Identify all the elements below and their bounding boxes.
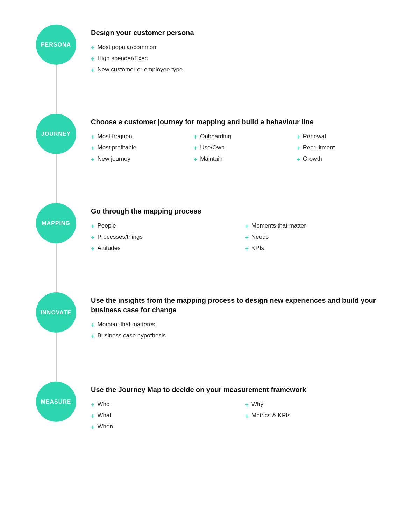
bullet-text: Recruitment (303, 144, 335, 152)
bullet-text: Most frequent (98, 132, 134, 141)
list-item: +Maintain (194, 155, 283, 164)
circle-column-journey: JOURNEY (35, 114, 77, 203)
bullet-text: Use/Own (200, 144, 225, 152)
bullet-text: KPIs (251, 244, 264, 253)
bullet-text: What (98, 411, 112, 420)
list-item: +Recruitment (296, 144, 385, 153)
circle-column-mapping: MAPPING (35, 203, 77, 292)
step-content-journey: Choose a customer journey for mapping an… (91, 114, 385, 174)
bullet-grid-journey: +Most frequent+Onboarding+Renewal+Most p… (91, 132, 385, 164)
bullet-grid-innovate: +Moment that matteres+Business case hypo… (91, 320, 385, 341)
bullet-plus-icon: + (194, 132, 198, 141)
bullet-plus-icon: + (245, 222, 249, 231)
list-item: +Who (91, 400, 231, 409)
list-item: +Attitudes (91, 244, 231, 253)
bullet-text: Onboarding (200, 132, 231, 141)
bullet-text: Processes/things (98, 233, 143, 242)
bullet-text: New journey (98, 155, 131, 163)
bullet-text: Moment that matteres (98, 320, 155, 329)
bullet-text: New customer or employee type (98, 65, 183, 74)
bullet-plus-icon: + (91, 233, 95, 242)
bullet-plus-icon: + (245, 233, 249, 242)
bullet-plus-icon: + (296, 132, 300, 141)
bullet-plus-icon: + (296, 144, 300, 153)
bullet-text: Renewal (303, 132, 326, 141)
list-item: +Metrics & KPIs (245, 411, 385, 420)
bullet-plus-icon: + (91, 65, 95, 75)
list-item: +Processes/things (91, 233, 231, 242)
list-item: +Most popular/common (91, 43, 385, 52)
list-item: +Growth (296, 155, 385, 164)
bullet-plus-icon: + (91, 332, 95, 341)
circle-journey: JOURNEY (36, 114, 76, 154)
list-item: +Renewal (296, 132, 385, 141)
bullet-grid-persona: +Most popular/common+High spender/Exec+N… (91, 43, 385, 75)
step-row-journey: JOURNEYChoose a customer journey for map… (35, 114, 385, 203)
bullet-text: Business case hypothesis (98, 332, 166, 340)
list-item: +What (91, 411, 231, 420)
bullet-plus-icon: + (91, 411, 95, 420)
list-item: +When (91, 423, 231, 432)
bullet-plus-icon: + (296, 155, 300, 164)
connector-mapping (56, 243, 57, 271)
circle-innovate: INNOVATE (36, 292, 76, 333)
bullet-text: Attitudes (98, 244, 121, 253)
step-content-persona: Design your customer persona+Most popula… (91, 25, 385, 85)
bullet-text: People (98, 222, 116, 230)
step-content-measure: Use the Journey Map to decide on your me… (91, 382, 385, 442)
bullet-plus-icon: + (91, 222, 95, 231)
bullet-plus-icon: + (91, 132, 95, 141)
step-row-mapping: MAPPINGGo through the mapping process+Pe… (35, 203, 385, 292)
step-row-measure: MEASUREUse the Journey Map to decide on … (35, 382, 385, 442)
list-item: +Moment that matteres (91, 320, 385, 329)
list-item: +Use/Own (194, 144, 283, 153)
list-item: +New customer or employee type (91, 65, 385, 75)
bullet-text: Needs (251, 233, 269, 242)
list-item: +High spender/Exec (91, 54, 385, 63)
bullet-text: High spender/Exec (98, 54, 148, 63)
bullet-plus-icon: + (91, 43, 95, 52)
step-row-innovate: INNOVATEUse the insights from the mappin… (35, 292, 385, 382)
bullet-text: Most popular/common (98, 43, 156, 52)
list-item: +Why (245, 400, 385, 409)
bullet-plus-icon: + (91, 144, 95, 153)
bullet-grid-mapping: +People+Moments that matter+Processes/th… (91, 222, 385, 253)
list-item: +Business case hypothesis (91, 332, 385, 341)
step-content-innovate: Use the insights from the mapping proces… (91, 292, 385, 351)
bullet-plus-icon: + (91, 244, 95, 253)
list-item: +Most frequent (91, 132, 180, 141)
bullet-grid-measure: +Who+Why+What+Metrics & KPIs+When (91, 400, 385, 432)
circle-column-innovate: INNOVATE (35, 292, 77, 382)
list-item: +New journey (91, 155, 180, 164)
bullet-plus-icon: + (245, 411, 249, 420)
bullet-text: Metrics & KPIs (251, 411, 290, 420)
list-item: +KPIs (245, 244, 385, 253)
bullet-plus-icon: + (91, 320, 95, 329)
bullet-text: Why (251, 400, 263, 409)
connector-persona (56, 65, 57, 93)
bullet-text: Who (98, 400, 110, 409)
circle-column-measure: MEASURE (35, 382, 77, 442)
step-content-mapping: Go through the mapping process+People+Mo… (91, 203, 385, 264)
bullet-plus-icon: + (91, 155, 95, 164)
bullet-plus-icon: + (194, 144, 198, 153)
bullet-text: When (98, 423, 113, 431)
step-title-measure: Use the Journey Map to decide on your me… (91, 385, 385, 395)
step-title-persona: Design your customer persona (91, 28, 385, 37)
bullet-plus-icon: + (245, 244, 249, 253)
step-row-persona: PERSONADesign your customer persona+Most… (35, 25, 385, 114)
circle-mapping: MAPPING (36, 203, 76, 243)
step-title-journey: Choose a customer journey for mapping an… (91, 117, 385, 127)
steps-container: PERSONADesign your customer persona+Most… (21, 14, 399, 453)
bullet-plus-icon: + (91, 400, 95, 409)
circle-persona: PERSONA (36, 25, 76, 65)
bullet-plus-icon: + (91, 54, 95, 63)
list-item: +People (91, 222, 231, 231)
connector-journey (56, 154, 57, 182)
list-item: +Moments that matter (245, 222, 385, 231)
bullet-text: Moments that matter (251, 222, 306, 230)
list-item: +Needs (245, 233, 385, 242)
step-title-innovate: Use the insights from the mapping proces… (91, 296, 385, 315)
list-item: +Most profitable (91, 144, 180, 153)
circle-column-persona: PERSONA (35, 25, 77, 114)
